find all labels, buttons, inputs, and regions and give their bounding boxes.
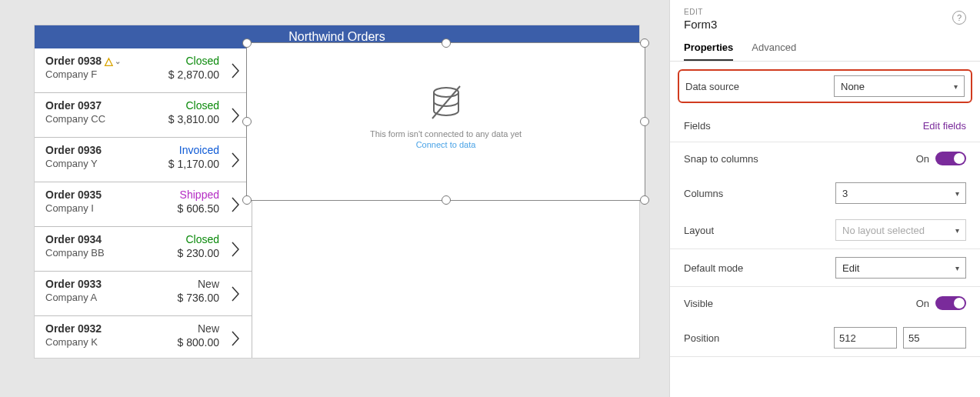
resize-handle[interactable] bbox=[442, 195, 451, 205]
chevron-right-icon[interactable] bbox=[224, 278, 247, 309]
app-canvas: Northwind Orders Order 0938△⌄Company FCl… bbox=[34, 25, 640, 359]
chevron-down-icon: ▾ bbox=[955, 226, 959, 235]
prop-position: Position 512 55 bbox=[670, 319, 980, 356]
order-number: Order 0935 bbox=[45, 188, 150, 201]
prop-snap-to-columns: Snap to columns On bbox=[670, 142, 980, 175]
prop-fields: Fields Edit fields bbox=[670, 109, 980, 142]
prop-columns: Columns 3 ▾ bbox=[670, 175, 980, 212]
form-empty-text: This form isn't connected to any data ye… bbox=[370, 129, 522, 138]
position-label: Position bbox=[684, 332, 834, 344]
order-gallery[interactable]: Order 0938△⌄Company FClosed$ 2,870.00Ord… bbox=[35, 48, 252, 358]
resize-handle[interactable] bbox=[242, 38, 252, 48]
columns-label: Columns bbox=[684, 188, 835, 199]
order-price: $ 230.00 bbox=[150, 247, 219, 259]
fields-label: Fields bbox=[684, 120, 923, 132]
default-mode-label: Default mode bbox=[684, 262, 835, 274]
list-item[interactable]: Order 0936Company YInvoiced$ 1,170.00 bbox=[35, 138, 252, 182]
company-name: Company CC bbox=[45, 113, 150, 125]
order-price: $ 1,170.00 bbox=[150, 158, 219, 170]
chevron-right-icon[interactable] bbox=[224, 144, 247, 175]
prop-visible: Visible On bbox=[670, 287, 980, 319]
chevron-right-icon[interactable] bbox=[224, 55, 247, 86]
form-area: This form isn't connected to any data ye… bbox=[252, 48, 639, 358]
order-status: New bbox=[150, 278, 219, 290]
layout-dropdown[interactable]: No layout selected ▾ bbox=[835, 219, 966, 241]
chevron-right-icon[interactable] bbox=[224, 322, 247, 354]
resize-handle[interactable] bbox=[640, 195, 649, 205]
list-item[interactable]: Order 0937Company CCClosed$ 3,810.00 bbox=[35, 93, 252, 138]
order-number: Order 0936 bbox=[45, 144, 150, 156]
order-number: Order 0938△⌄ bbox=[45, 55, 150, 67]
list-item[interactable]: Order 0933Company ANew$ 736.00 bbox=[35, 272, 252, 316]
order-number: Order 0934 bbox=[45, 233, 150, 245]
position-x-input[interactable]: 512 bbox=[834, 327, 897, 349]
order-number: Order 0937 bbox=[45, 99, 150, 112]
order-price: $ 800.00 bbox=[150, 336, 219, 349]
chevron-right-icon[interactable] bbox=[224, 99, 247, 131]
edit-label: EDIT bbox=[684, 8, 966, 16]
help-icon[interactable]: ? bbox=[952, 11, 966, 25]
snap-toggle[interactable]: On bbox=[916, 152, 966, 165]
data-source-value: None bbox=[841, 81, 865, 92]
order-price: $ 2,870.00 bbox=[150, 68, 219, 81]
chevron-right-icon[interactable] bbox=[224, 188, 247, 220]
default-mode-value: Edit bbox=[842, 262, 859, 274]
company-name: Company K bbox=[45, 336, 150, 348]
list-item[interactable]: Order 0938△⌄Company FClosed$ 2,870.00 bbox=[35, 48, 252, 93]
order-status: Invoiced bbox=[150, 144, 219, 156]
order-status: Shipped bbox=[150, 188, 219, 201]
position-y-input[interactable]: 55 bbox=[903, 327, 966, 349]
visible-label: Visible bbox=[684, 298, 916, 309]
company-name: Company I bbox=[45, 202, 150, 214]
resize-handle[interactable] bbox=[640, 38, 649, 48]
chevron-down-icon: ▾ bbox=[954, 82, 958, 91]
chevron-right-icon[interactable] bbox=[224, 233, 247, 265]
order-price: $ 606.50 bbox=[150, 202, 219, 215]
list-item[interactable]: Order 0934Company BBClosed$ 230.00 bbox=[35, 227, 252, 272]
order-status: Closed bbox=[150, 233, 219, 245]
order-status: New bbox=[150, 322, 219, 335]
company-name: Company Y bbox=[45, 158, 150, 169]
control-name: Form3 bbox=[684, 18, 966, 31]
prop-layout: Layout No layout selected ▾ bbox=[670, 212, 980, 249]
visible-toggle[interactable]: On bbox=[916, 296, 966, 310]
list-item[interactable]: Order 0932Company KNew$ 800.00 bbox=[35, 316, 252, 358]
data-source-dropdown[interactable]: None ▾ bbox=[834, 75, 965, 97]
panel-tabs: Properties Advanced bbox=[670, 31, 980, 62]
layout-value: No layout selected bbox=[842, 225, 925, 236]
resize-handle[interactable] bbox=[442, 38, 451, 48]
default-mode-dropdown[interactable]: Edit ▾ bbox=[835, 257, 966, 279]
snap-label: Snap to columns bbox=[684, 153, 916, 165]
order-status: Closed bbox=[150, 99, 219, 112]
prop-default-mode: Default mode Edit ▾ bbox=[670, 249, 980, 286]
chevron-down-icon: ▾ bbox=[955, 264, 959, 272]
form-empty-state: This form isn't connected to any data ye… bbox=[247, 82, 645, 149]
screen-body: Order 0938△⌄Company FClosed$ 2,870.00Ord… bbox=[35, 48, 639, 358]
data-source-label: Data source bbox=[685, 81, 834, 92]
connect-to-data-link[interactable]: Connect to data bbox=[416, 140, 476, 149]
order-number: Order 0932 bbox=[45, 322, 150, 335]
columns-dropdown[interactable]: 3 ▾ bbox=[835, 182, 966, 204]
database-icon bbox=[425, 82, 468, 125]
prop-data-source: Data source None ▾ bbox=[678, 69, 972, 103]
visible-value: On bbox=[916, 298, 929, 309]
chevron-down-icon: ▾ bbox=[955, 189, 959, 198]
order-price: $ 736.00 bbox=[150, 292, 219, 304]
edit-fields-link[interactable]: Edit fields bbox=[923, 120, 966, 132]
order-status: Closed bbox=[150, 55, 219, 67]
company-name: Company A bbox=[45, 292, 150, 303]
panel-header: EDIT Form3 ? bbox=[670, 0, 980, 31]
order-price: $ 3,810.00 bbox=[150, 113, 219, 125]
warning-icon: △⌄ bbox=[105, 55, 121, 66]
properties-panel: EDIT Form3 ? Properties Advanced Data so… bbox=[669, 0, 980, 397]
snap-value: On bbox=[916, 153, 929, 165]
company-name: Company BB bbox=[45, 247, 150, 259]
tab-properties[interactable]: Properties bbox=[684, 42, 733, 61]
columns-value: 3 bbox=[842, 188, 848, 199]
layout-label: Layout bbox=[684, 225, 835, 236]
list-item[interactable]: Order 0935Company IShipped$ 606.50 bbox=[35, 182, 252, 227]
form-selection[interactable]: This form isn't connected to any data ye… bbox=[246, 42, 645, 201]
resize-handle[interactable] bbox=[242, 195, 252, 205]
tab-advanced[interactable]: Advanced bbox=[752, 42, 796, 61]
order-number: Order 0933 bbox=[45, 278, 150, 290]
